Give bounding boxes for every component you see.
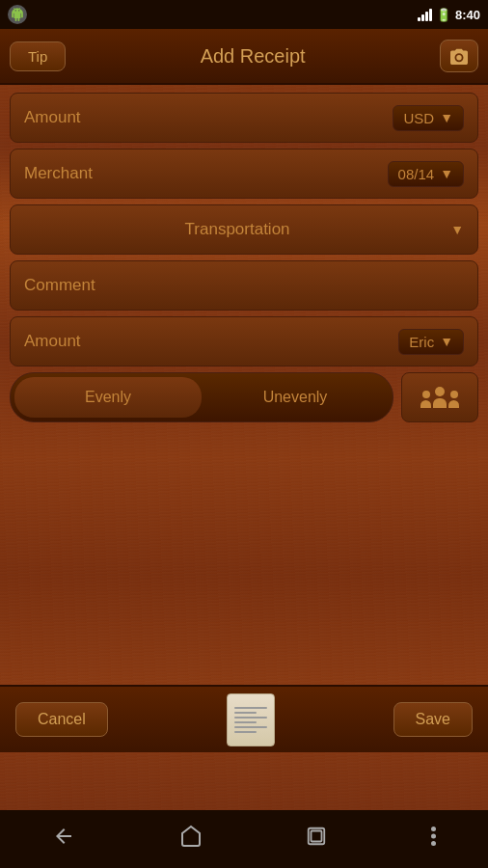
android-nav-bar <box>0 810 488 868</box>
receipt-line-4 <box>234 721 258 723</box>
people-icon <box>420 387 459 408</box>
split-amount-row: Eric ▼ <box>10 316 478 366</box>
receipt-line-2 <box>234 712 258 714</box>
group-button[interactable] <box>401 372 478 422</box>
date-dropdown-arrow: ▼ <box>440 166 453 181</box>
status-bar: 🔋 8:40 <box>0 0 488 29</box>
currency-dropdown-arrow: ▼ <box>440 110 453 125</box>
signal-bars <box>418 9 432 21</box>
receipt-lines <box>234 707 267 733</box>
save-button[interactable]: Save <box>393 702 473 737</box>
merchant-input[interactable] <box>24 164 388 183</box>
date-selector[interactable]: 08/14 ▼ <box>388 161 464 187</box>
person-center <box>433 387 447 408</box>
cancel-button[interactable]: Cancel <box>15 702 108 737</box>
category-row[interactable]: Transportation ▼ <box>10 204 478 255</box>
person-right <box>448 391 459 408</box>
svg-point-5 <box>431 834 436 839</box>
camera-button[interactable] <box>440 40 478 72</box>
status-bar-left <box>8 5 27 24</box>
receipt-line-5 <box>234 726 267 728</box>
person-dropdown-arrow: ▼ <box>440 334 453 349</box>
receipt-line-3 <box>234 717 267 719</box>
app-header: Tip Add Receipt <box>0 29 488 85</box>
svg-point-4 <box>431 827 436 831</box>
amount-input[interactable] <box>24 108 393 127</box>
comment-input[interactable] <box>24 276 464 295</box>
svg-rect-1 <box>463 52 466 54</box>
date-label: 08/14 <box>398 166 435 182</box>
category-dropdown-arrow: ▼ <box>450 222 464 237</box>
person-label: Eric <box>409 334 434 350</box>
svg-point-6 <box>431 841 436 846</box>
receipt-paper <box>227 693 275 746</box>
status-bar-right: 🔋 8:40 <box>418 8 480 22</box>
receipt-line-6 <box>234 731 258 733</box>
clock: 8:40 <box>455 8 480 22</box>
currency-label: USD <box>403 110 434 126</box>
main-content: Tip Add Receipt USD ▼ 08/14 ▼ <box>0 29 488 810</box>
split-toggle[interactable]: Evenly Unevenly <box>10 372 393 422</box>
currency-selector[interactable]: USD ▼ <box>393 105 464 131</box>
comment-row <box>10 260 478 311</box>
form-area: USD ▼ 08/14 ▼ Transportation ▼ Eric <box>0 85 488 430</box>
receipt-button[interactable] <box>227 693 275 746</box>
page-title: Add Receipt <box>201 45 306 68</box>
bottom-bar: Cancel Save <box>0 685 488 752</box>
category-label: Transportation <box>24 220 450 239</box>
back-button[interactable] <box>52 825 75 854</box>
evenly-option[interactable]: Evenly <box>14 377 202 418</box>
person-left <box>420 391 431 408</box>
unevenly-option[interactable]: Unevenly <box>202 377 389 418</box>
amount-row: USD ▼ <box>10 93 478 143</box>
home-button[interactable] <box>179 825 203 854</box>
battery-icon: 🔋 <box>436 8 451 22</box>
overflow-menu-button[interactable] <box>431 827 436 852</box>
recents-button[interactable] <box>306 826 327 853</box>
android-icon <box>8 5 27 24</box>
receipt-line-1 <box>234 707 267 709</box>
svg-point-0 <box>456 55 461 60</box>
person-selector[interactable]: Eric ▼ <box>398 329 464 355</box>
split-amount-input[interactable] <box>24 332 398 351</box>
tip-button[interactable]: Tip <box>10 41 66 71</box>
split-section: Evenly Unevenly <box>10 372 478 422</box>
svg-rect-3 <box>312 831 322 842</box>
merchant-row: 08/14 ▼ <box>10 149 478 199</box>
